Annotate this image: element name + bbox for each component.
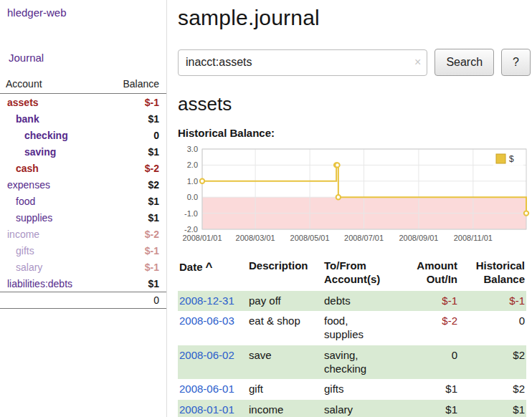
account-link-food[interactable]: food bbox=[0, 196, 35, 207]
accounts-cell: food, supplies bbox=[323, 311, 393, 345]
account-row: liabilities:debts$1 bbox=[0, 275, 166, 292]
accounts-tree: assets$-1bank$1checking0saving$1cash$-2e… bbox=[0, 94, 166, 292]
transaction-date-link[interactable]: 2008-06-03 bbox=[179, 315, 234, 327]
accounts-cell: gifts bbox=[323, 379, 393, 400]
account-row: income$-2 bbox=[0, 226, 166, 242]
account-balance: $-2 bbox=[145, 229, 159, 240]
account-link-bank[interactable]: bank bbox=[0, 113, 39, 125]
account-row: checking0 bbox=[0, 127, 166, 143]
register-table: Date^DescriptionTo/From Account(s)Amount… bbox=[178, 258, 526, 417]
account-link-income[interactable]: income bbox=[0, 229, 39, 240]
amount-cell: $1 bbox=[393, 379, 459, 400]
help-button[interactable]: ? bbox=[501, 49, 531, 76]
svg-text:$: $ bbox=[509, 154, 514, 164]
svg-text:2008/03/01: 2008/03/01 bbox=[236, 234, 275, 242]
date-cell: 2008-12-31 bbox=[178, 291, 247, 312]
balance-cell: $1 bbox=[459, 400, 526, 417]
svg-text:2008/11/01: 2008/11/01 bbox=[454, 234, 493, 242]
date-cell: 2008-01-01 bbox=[178, 400, 247, 417]
account-link-salary[interactable]: salary bbox=[0, 262, 42, 273]
description-cell: income bbox=[247, 400, 323, 417]
account-row: expenses$2 bbox=[0, 176, 166, 193]
transaction-date-link[interactable]: 2008-12-31 bbox=[179, 294, 234, 307]
account-link-cash[interactable]: cash bbox=[0, 163, 39, 174]
account-balance: $2 bbox=[148, 179, 159, 191]
amount-cell: 0 bbox=[393, 345, 459, 380]
svg-text:-1.0: -1.0 bbox=[184, 209, 198, 218]
account-row: assets$-1 bbox=[0, 94, 166, 110]
page-title: sample.journal bbox=[178, 6, 531, 30]
balance-chart: 3.02.01.00.0-1.0-2.02008/01/012008/03/01… bbox=[178, 145, 531, 249]
svg-text:2008/05/01: 2008/05/01 bbox=[290, 234, 330, 242]
col-header-date[interactable]: Date^ bbox=[178, 258, 247, 291]
search-button[interactable]: Search bbox=[434, 49, 494, 76]
amount-cell: $-2 bbox=[393, 311, 459, 345]
hledger-web-app: hledger-web Journal Account Balance asse… bbox=[0, 0, 532, 417]
transaction-date-link[interactable]: 2008-06-02 bbox=[179, 349, 234, 361]
account-link-supplies[interactable]: supplies bbox=[0, 212, 52, 224]
col-header-label: Date bbox=[179, 261, 203, 273]
description-cell: gift bbox=[247, 379, 323, 400]
sidebar: hledger-web Journal Account Balance asse… bbox=[0, 0, 167, 417]
main-content: sample.journal × Search ? assets Histori… bbox=[167, 0, 532, 417]
account-balance: $1 bbox=[148, 212, 159, 224]
date-cell: 2008-06-01 bbox=[178, 379, 247, 400]
accounts-total: 0 bbox=[0, 292, 166, 309]
account-link-liabilities-debts[interactable]: liabilities:debts bbox=[0, 278, 72, 289]
account-link-saving[interactable]: saving bbox=[0, 146, 56, 158]
account-balance: 0 bbox=[153, 130, 159, 141]
account-balance: $1 bbox=[148, 113, 159, 125]
accounts-cell: saving, checking bbox=[323, 345, 393, 380]
date-cell: 2008-06-02 bbox=[178, 345, 247, 380]
register-header-row: Date^DescriptionTo/From Account(s)Amount… bbox=[178, 258, 526, 291]
clear-search-icon[interactable]: × bbox=[414, 56, 421, 69]
nav-journal-link[interactable]: Journal bbox=[0, 52, 166, 64]
col-header-label: To/From Account(s) bbox=[324, 259, 380, 285]
svg-text:1.0: 1.0 bbox=[187, 177, 198, 186]
description-cell: eat & shop bbox=[247, 311, 323, 345]
description-cell: save bbox=[247, 345, 323, 380]
account-link-expenses[interactable]: expenses bbox=[0, 179, 50, 191]
sort-ascending-icon: ^ bbox=[206, 260, 213, 274]
description-cell: pay off bbox=[247, 291, 323, 312]
search-field-wrap: × bbox=[178, 49, 427, 76]
account-link-checking[interactable]: checking bbox=[0, 130, 68, 141]
accounts-cell: salary bbox=[323, 400, 393, 417]
transaction-date-link[interactable]: 2008-01-01 bbox=[179, 403, 234, 416]
account-balance: $1 bbox=[148, 146, 159, 158]
accounts-col-balance: Balance bbox=[123, 78, 159, 90]
register-row: 2008-06-01giftgifts$1$2 bbox=[178, 379, 526, 400]
app-title-link[interactable]: hledger-web bbox=[0, 6, 166, 19]
account-link-assets[interactable]: assets bbox=[0, 97, 39, 108]
date-cell: 2008-06-03 bbox=[178, 311, 247, 345]
accounts-table-header: Account Balance bbox=[0, 75, 166, 94]
svg-text:0.0: 0.0 bbox=[187, 193, 198, 201]
account-row: salary$-1 bbox=[0, 259, 166, 275]
col-header-description: Description bbox=[247, 258, 323, 291]
balance-cell: $2 bbox=[459, 345, 526, 380]
register-row: 2008-06-02savesaving, checking0$2 bbox=[178, 345, 526, 380]
account-balance: $-1 bbox=[145, 245, 159, 257]
account-row: food$1 bbox=[0, 193, 166, 209]
col-header-historical-balance: Historical Balance bbox=[459, 258, 526, 291]
amount-cell: $-1 bbox=[393, 291, 459, 312]
svg-text:2.0: 2.0 bbox=[187, 160, 198, 169]
col-header-amount-out-in: Amount Out/In bbox=[393, 258, 459, 291]
account-row: cash$-2 bbox=[0, 160, 166, 176]
account-balance: $1 bbox=[148, 196, 159, 207]
col-header-label: Historical Balance bbox=[476, 259, 525, 285]
search-input[interactable] bbox=[178, 49, 427, 76]
register-row: 2008-06-03eat & shopfood, supplies$-20 bbox=[178, 311, 526, 345]
balance-cell: $2 bbox=[459, 379, 526, 400]
svg-text:2008/09/01: 2008/09/01 bbox=[399, 234, 438, 242]
account-balance: $-1 bbox=[145, 262, 159, 273]
account-balance: $-1 bbox=[145, 97, 159, 108]
col-header-to-from-account-s-: To/From Account(s) bbox=[323, 258, 393, 291]
account-row: supplies$1 bbox=[0, 209, 166, 226]
col-header-label: Amount Out/In bbox=[417, 259, 457, 285]
chart-title: Historical Balance: bbox=[178, 127, 531, 139]
accounts-cell: debts bbox=[323, 291, 393, 312]
account-link-gifts[interactable]: gifts bbox=[0, 245, 34, 257]
account-balance: $1 bbox=[148, 278, 159, 289]
transaction-date-link[interactable]: 2008-06-01 bbox=[179, 383, 234, 395]
